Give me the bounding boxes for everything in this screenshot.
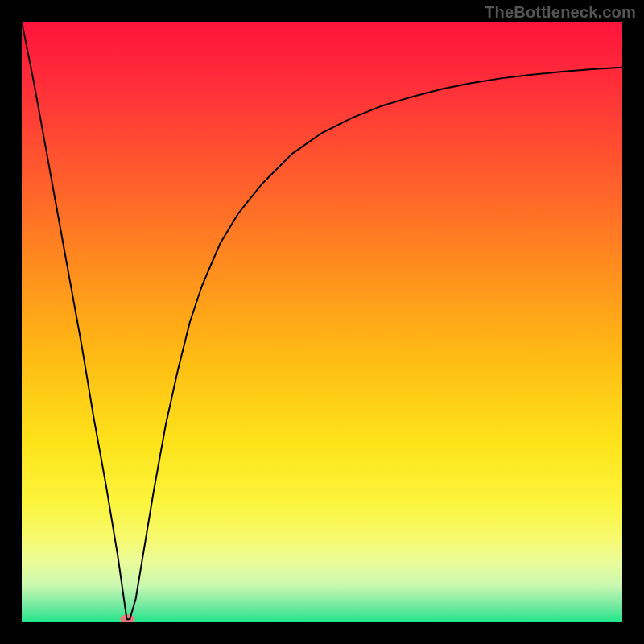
chart-frame: TheBottleneck.com [0,0,644,644]
watermark-text: TheBottleneck.com [485,3,636,22]
chart-background [22,22,622,622]
chart-plot [22,22,622,622]
